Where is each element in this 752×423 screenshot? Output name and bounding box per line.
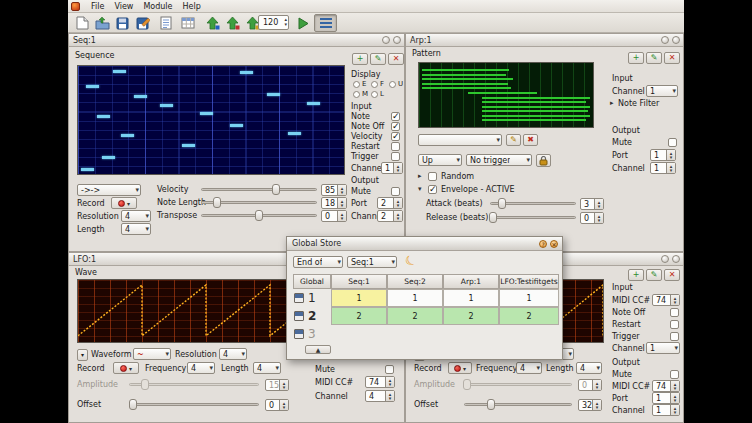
- spinner-arrows-icon[interactable]: ▴▾: [670, 381, 679, 391]
- seq-transpose-slider[interactable]: [201, 210, 317, 221]
- lfo2-frequency-combo[interactable]: 4: [516, 362, 542, 374]
- slider-handle[interactable]: [498, 198, 506, 209]
- lfo-resolution-combo[interactable]: 4: [219, 348, 247, 360]
- arp-pattern-delete-button[interactable]: ✖: [523, 134, 538, 146]
- lfo2-offset-slider[interactable]: [464, 399, 572, 410]
- collapse-arrow-icon[interactable]: ▸: [610, 99, 614, 108]
- lfo-waveform-combo[interactable]: ~: [133, 348, 171, 360]
- seq-notelength-slider[interactable]: [201, 197, 317, 208]
- arp-direction-combo[interactable]: Up: [418, 154, 462, 166]
- lfo2-record-button[interactable]: ▾: [448, 362, 472, 374]
- seq-velocity-slider[interactable]: [201, 184, 317, 195]
- store-collapse-button[interactable]: ▲: [305, 345, 331, 354]
- help-icon[interactable]: ?: [539, 240, 547, 248]
- seq-input-noteoff-checkbox[interactable]: [391, 122, 400, 131]
- store-row-button[interactable]: [294, 329, 304, 339]
- seq-resolution-combo[interactable]: 4: [121, 210, 151, 222]
- open-file-button[interactable]: [93, 14, 112, 32]
- new-file-button[interactable]: [73, 14, 92, 32]
- seq-loop-mode-combo[interactable]: ->->: [77, 184, 141, 196]
- display-option-m[interactable]: M: [353, 90, 368, 98]
- seq-output-channel-spinner[interactable]: 2▴▾: [377, 210, 403, 222]
- store-column-header[interactable]: Seq:2: [387, 274, 443, 289]
- seq-output-port-spinner[interactable]: 2▴▾: [377, 197, 403, 209]
- spinner-arrows-icon[interactable]: ▴▾: [337, 211, 346, 221]
- spinner-arrows-icon[interactable]: ▴▾: [670, 405, 679, 415]
- arp-random-checkbox[interactable]: [428, 172, 437, 181]
- arp-note-filter-label[interactable]: Note Filter: [618, 99, 659, 109]
- store-column-header[interactable]: LFO:Testifitgets: [499, 274, 559, 289]
- arp-output-channel-spinner[interactable]: 1▴▾: [650, 162, 676, 174]
- store-row-button[interactable]: [294, 293, 304, 303]
- display-option-l[interactable]: L: [371, 90, 384, 98]
- spinner-arrows-icon[interactable]: ▴▾: [337, 185, 346, 195]
- event-log-button[interactable]: [156, 14, 175, 32]
- arp-delete-button[interactable]: ✕: [664, 52, 680, 64]
- spinner-arrows-icon[interactable]: ▴▾: [385, 377, 394, 387]
- lfo2-clone-button[interactable]: +: [628, 269, 644, 281]
- arp-input-channel-combo[interactable]: 1: [646, 85, 678, 97]
- close-icon[interactable]: [393, 36, 401, 44]
- arp-pattern-edit-button[interactable]: ✎: [506, 134, 521, 146]
- store-cell[interactable]: 1: [387, 289, 443, 307]
- lfo-output-channel-spinner[interactable]: 4▴▾: [365, 390, 395, 402]
- store-cell[interactable]: 2: [443, 307, 499, 325]
- spinner-arrows-icon[interactable]: ▴▾: [670, 295, 679, 305]
- store-switch-combo[interactable]: End of: [293, 256, 343, 268]
- add-lfo-button[interactable]: [223, 14, 242, 32]
- close-icon[interactable]: [672, 255, 680, 263]
- save-as-button[interactable]: [133, 14, 152, 32]
- seq-transpose-spinner[interactable]: 0▴▾: [321, 210, 347, 222]
- lfo2-input-cc-spinner[interactable]: 74▴▾: [652, 294, 680, 306]
- grid-button[interactable]: [178, 14, 197, 32]
- lfo-output-cc-spinner[interactable]: 74▴▾: [365, 376, 395, 388]
- play-button[interactable]: [293, 14, 312, 32]
- menu-file[interactable]: File: [86, 1, 109, 12]
- menu-module[interactable]: Module: [138, 1, 177, 12]
- spinner-arrows-icon[interactable]: ▴▾: [666, 163, 675, 173]
- arp-trigger-mode-combo[interactable]: No trigger: [466, 154, 532, 166]
- lfo2-rename-button[interactable]: ✎: [646, 269, 662, 281]
- arp-output-mute-checkbox[interactable]: [668, 138, 677, 147]
- save-button[interactable]: [113, 14, 132, 32]
- slider-handle[interactable]: [487, 399, 495, 410]
- float-icon[interactable]: [661, 36, 669, 44]
- store-row-button[interactable]: [294, 311, 304, 321]
- lfo2-output-cc-spinner[interactable]: 74▴▾: [652, 380, 680, 392]
- arp-envelope-checkbox[interactable]: [428, 185, 437, 194]
- store-cell[interactable]: 1: [499, 289, 559, 307]
- menu-view[interactable]: View: [109, 1, 138, 12]
- seq-velocity-spinner[interactable]: 85▴▾: [321, 184, 347, 196]
- seq-note-grid[interactable]: [77, 65, 345, 175]
- collapse-arrow-icon[interactable]: ▸: [418, 172, 422, 181]
- spinner-arrows-icon[interactable]: ▴▾: [670, 393, 679, 403]
- store-cell[interactable]: 2: [331, 307, 387, 325]
- midi-settings-toggle[interactable]: [314, 14, 337, 32]
- lfo-output-mute-checkbox[interactable]: [385, 365, 394, 374]
- seq-panel-titlebar[interactable]: Seq:1: [69, 34, 404, 47]
- seq-input-trigger-checkbox[interactable]: [391, 152, 400, 161]
- seq-clone-button[interactable]: +: [352, 53, 368, 65]
- slider-handle[interactable]: [213, 197, 221, 208]
- add-arp-button[interactable]: [203, 14, 222, 32]
- float-icon[interactable]: [661, 255, 669, 263]
- display-option-e[interactable]: E: [353, 80, 366, 88]
- store-module-combo[interactable]: Seq:1: [347, 256, 397, 268]
- lfo2-offset-spinner[interactable]: 32▴▾: [578, 399, 602, 411]
- lfo2-input-trigger-checkbox[interactable]: [670, 332, 679, 341]
- seq-notelength-spinner[interactable]: 18▴▾: [321, 197, 347, 209]
- arp-release-slider[interactable]: [490, 212, 576, 223]
- slider-handle[interactable]: [255, 210, 263, 221]
- arp-rename-button[interactable]: ✎: [646, 52, 662, 64]
- global-store-titlebar[interactable]: Global Store ? ✕: [287, 237, 562, 251]
- seq-output-mute-checkbox[interactable]: [391, 187, 400, 196]
- seq-input-note-checkbox[interactable]: [391, 112, 400, 121]
- lfo-record-button[interactable]: ▾: [113, 362, 139, 374]
- spinner-arrows-icon[interactable]: ▴▾: [337, 198, 346, 208]
- lfo2-output-port-spinner[interactable]: 1▴▾: [652, 392, 680, 404]
- store-column-header[interactable]: Arp:1: [443, 274, 499, 289]
- spinner-arrows-icon[interactable]: ▴▾: [393, 211, 402, 221]
- slider-handle[interactable]: [129, 399, 137, 410]
- arp-output-port-spinner[interactable]: 1▴▾: [650, 149, 676, 161]
- lfo2-input-channel-combo[interactable]: 1: [646, 342, 680, 354]
